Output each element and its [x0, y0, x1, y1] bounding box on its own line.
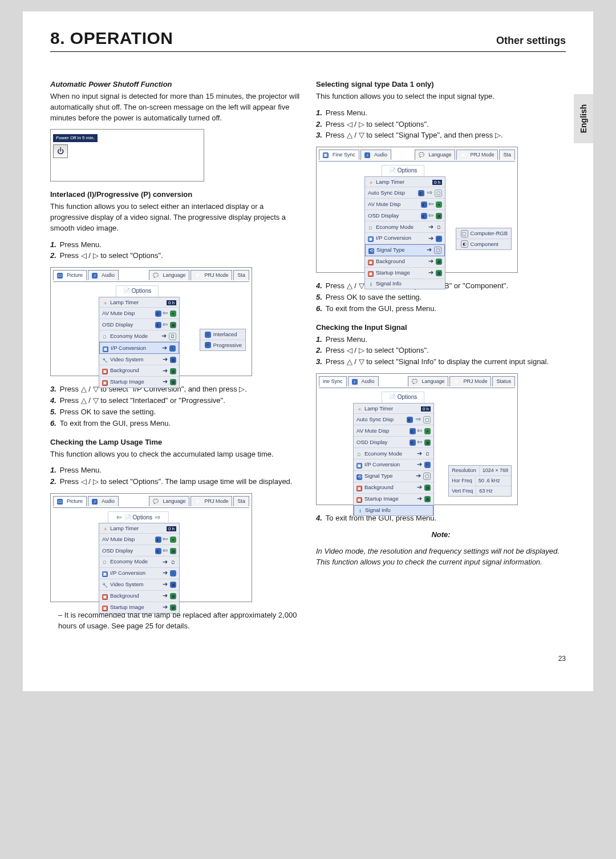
opt-label: Economy Mode	[364, 450, 402, 457]
steps-input-signal-a: 1.Press Menu. 2.Press ◁ / ▷ to select "O…	[316, 334, 566, 368]
step-text: Press ◁ / ▷ to select "Options".	[326, 120, 429, 128]
tab-label: Picture	[67, 498, 83, 505]
page-sheet: 8. OPERATION Other settings English Auto…	[23, 11, 593, 691]
tab-audio: ♪Audio	[360, 150, 391, 160]
opt-label: Background	[110, 592, 139, 599]
popup-item: Interlaced	[213, 330, 237, 338]
info-hor-freq: 50 .6 kHz	[476, 476, 503, 486]
opt-label: AV Mute Disp	[368, 201, 400, 207]
tab-prj-mode: 🖥PRJ Mode	[191, 496, 232, 506]
opt-label: OSD Display	[102, 321, 133, 328]
options-list: ☀Lamp Timer0 h AV Mute Disp◐⇦● OSD Displ…	[99, 297, 180, 388]
paragraph-signal-type: This function allows you to select the i…	[316, 91, 566, 102]
heading-ip-conversion: Interlaced (I)/Progressive (P) conversio…	[50, 189, 300, 200]
options-header-label: Options	[133, 514, 152, 521]
opt-label: Auto Sync Disp	[356, 416, 394, 422]
opt-label: Signal Type	[364, 473, 392, 479]
heading-lamp-usage: Checking the Lamp Usage Time	[50, 437, 300, 448]
figure-options-lamp: ▭Picture ♪Audio 💬Language 🖥PRJ Mode Sta …	[50, 493, 252, 602]
steps-ip-conversion-a: 1.Press Menu. 2.Press ◁ / ▷ to select "O…	[50, 240, 300, 262]
tab-label: PRJ Mode	[204, 272, 228, 279]
power-off-label: Power Off in 5 min.	[53, 134, 98, 143]
menu-tabs: ▣Fine Sync ♪Audio 💬Language 🖥PRJ Mode St…	[319, 150, 515, 160]
tab-label: Audio	[374, 151, 387, 159]
opt-label: Auto Sync Disp	[368, 189, 405, 196]
opt-label: AV Mute Disp	[102, 536, 135, 542]
step-text: Press △ / ▽ to select "Signal Type", and…	[326, 131, 503, 139]
heading-text: Selecting signal type Data 1 only)	[316, 80, 434, 88]
left-column: Automatic Power Shutoff Function When no…	[50, 71, 300, 638]
tab-label: Language	[163, 498, 185, 505]
tab-label: Language	[428, 151, 451, 159]
step-text: To exit from the GUI, press Menu.	[60, 419, 171, 428]
paragraph-ip-conversion: This function allows you to select eithe…	[50, 201, 300, 234]
tab-label: Audio	[102, 272, 115, 279]
opt-label: Economy Mode	[110, 558, 148, 564]
step-text: Press △ / ▽ to select "Interlaced" or "P…	[60, 396, 225, 405]
ip-popup: IInterlaced PProgressive	[200, 329, 246, 351]
opt-label: AV Mute Disp	[102, 310, 135, 316]
info-resolution: 1024 × 768	[480, 466, 511, 475]
options-header-label: Options	[398, 167, 417, 174]
tab-language: 💬Language	[149, 270, 189, 280]
step-text: Press Menu.	[326, 108, 367, 117]
menu-tabs: ▭Picture ♪Audio 💬Language 🖥PRJ Mode Sta	[53, 496, 249, 506]
note-text: In Video mode, the resolution and freque…	[316, 546, 566, 568]
tab-audio: ♪Audio	[88, 270, 119, 280]
popup-item: Computer-RGB	[471, 229, 508, 237]
tab-label: Fine Sync	[333, 151, 355, 159]
options-header: 📄 Options	[116, 285, 159, 297]
opt-label: OSD Display	[368, 212, 399, 219]
options-header-label: Options	[398, 394, 417, 400]
opt-label: I/P Conversion	[111, 345, 146, 351]
step-text: Press Menu.	[60, 240, 102, 249]
lamp-replace-note: – It is recommended that the lamp be rep…	[50, 610, 300, 632]
opt-label: Signal Info	[365, 507, 391, 513]
menu-tabs: ine Sync ♪Audio 💬Language 🖥PRJ Mode Stat…	[319, 376, 515, 386]
options-header-label: Options	[132, 288, 151, 294]
right-column: Selecting signal type Data 1 only) This …	[316, 71, 566, 638]
signal-info-table: Resolution1024 × 768 Hor Freq50 .6 kHz V…	[448, 465, 512, 497]
tab-status-cut: Sta	[499, 150, 515, 160]
tab-language: 💬Language	[415, 150, 455, 160]
tab-status-cut: Sta	[233, 496, 249, 506]
step-text: Press Menu.	[326, 335, 367, 344]
step-text: Press OK to save the setting.	[60, 408, 156, 416]
tab-label: Sta	[237, 498, 245, 505]
tab-language: 💬Language	[408, 376, 448, 386]
opt-label: Background	[376, 258, 405, 264]
lamp-hours: 0 h	[167, 300, 176, 305]
opt-label: Startup Image	[110, 378, 144, 385]
figure-power-off-message: Power Off in 5 min. ⏻	[50, 129, 204, 182]
opt-label: Background	[110, 367, 139, 373]
tab-audio: ♪Audio	[348, 376, 379, 386]
opt-label: Signal Type	[376, 247, 404, 253]
tab-picture: ▭Picture	[53, 496, 87, 506]
lamp-hours: 0 h	[421, 406, 431, 412]
popup-item: Progressive	[213, 341, 242, 349]
opt-label: Lamp Timer	[376, 179, 404, 185]
step-text: Press ◁ / ▷ to select "Options". The lam…	[60, 477, 293, 486]
options-list: ☀Lamp Timer0 h AV Mute Disp◐⇦● OSD Displ…	[99, 523, 180, 614]
power-off-icon: ⏻	[53, 144, 68, 158]
paragraph-lamp-usage: This function allows you to check the ac…	[50, 449, 300, 460]
options-header: ⇦ 📄 Options ⇨	[108, 511, 169, 524]
tab-prj-mode: 🖥PRJ Mode	[456, 150, 498, 160]
step-text: Press △ / ▽ to select "Signal Info" to d…	[326, 357, 549, 366]
paragraph-auto-power-shutoff: When no input signal is detected for mor…	[50, 91, 300, 124]
opt-label: Startup Image	[110, 604, 144, 610]
page-number: 23	[50, 655, 566, 663]
section-title: Other settings	[496, 35, 566, 47]
opt-label: I/P Conversion	[364, 461, 400, 467]
step-text: To exit from the GUI, press Menu.	[326, 304, 436, 313]
tab-label: Audio	[362, 378, 375, 385]
tab-label: Sta	[503, 151, 511, 159]
tab-prj-mode: 🖥PRJ Mode	[191, 270, 232, 280]
figure-options-ip: ▭Picture ♪Audio 💬Language 🖥PRJ Mode Sta …	[50, 267, 252, 376]
tab-label: PRJ Mode	[470, 151, 494, 159]
tab-fine-sync-cut: ine Sync	[319, 376, 347, 386]
tab-status-cut: Sta	[233, 270, 249, 280]
tab-label: Picture	[67, 272, 83, 279]
options-list: ☀Lamp Timer0 h Auto Sync Disp◐ ⇨▢ AV Mut…	[364, 176, 445, 289]
signal-type-popup: ▢Computer-RGB ◐Component	[456, 228, 512, 250]
